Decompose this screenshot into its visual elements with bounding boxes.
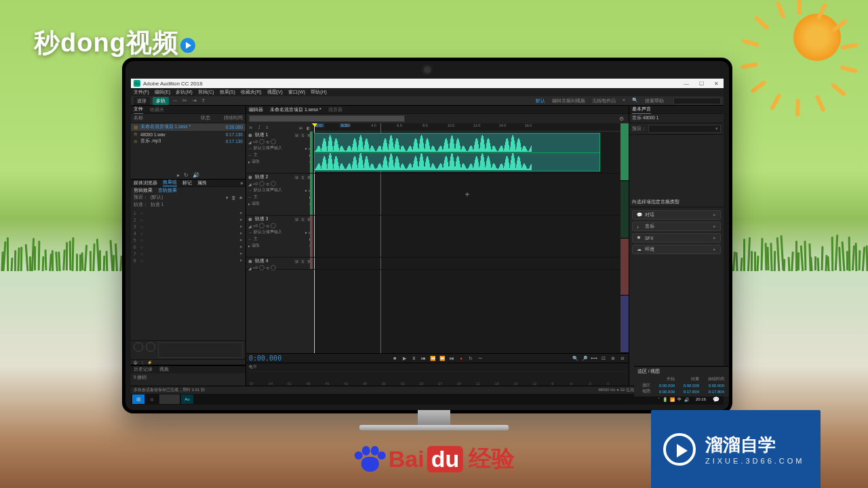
fx-power-icon[interactable]: ⏻ (134, 361, 138, 365)
th-zoom-icon[interactable]: ⊞ (298, 125, 303, 130)
th-eq-icon[interactable]: ≡ (264, 125, 270, 129)
track-lane[interactable] (314, 216, 620, 258)
file-row[interactable]: ⊕48000 1.wav0:17.136 (131, 131, 245, 138)
record-button[interactable]: ● (458, 355, 465, 362)
history-item[interactable]: 9 撤销 (134, 375, 146, 380)
tray-wifi-icon[interactable]: 📶 (670, 397, 675, 402)
zoom-vert-in-icon[interactable]: ⊕ (610, 355, 616, 362)
menu-file[interactable]: 文件(F) (134, 89, 149, 96)
subtab-clip-fx[interactable]: 剪辑效果 (134, 188, 153, 194)
ess-type-button[interactable]: ☁环境▸ (632, 245, 721, 254)
layout-audio-video[interactable]: 编辑音频到视频 (552, 98, 585, 104)
menu-bar[interactable]: 文件(F) 编辑(E) 多轨(M) 剪辑(C) 效果(S) 收藏夹(R) 视图(… (131, 88, 724, 96)
track-lane[interactable] (314, 131, 620, 174)
track-header[interactable]: ⊕轨道 2MSR◢+0⟲→默认立体声输入▸ ⌀←主▸▸读取▾ (246, 174, 313, 216)
pause-button[interactable]: ⏸ (410, 355, 417, 362)
fx-slot[interactable]: 7○▸ (131, 250, 245, 257)
go-start-button[interactable]: ⏮ (420, 355, 427, 362)
zoom-full-icon[interactable]: ⟷ (591, 355, 597, 362)
tab-properties[interactable]: 属性 (197, 180, 207, 186)
tray-up-icon[interactable]: ˄ (658, 397, 660, 402)
track-header[interactable]: ⊕轨道 3MSR◢+0⟲→默认立体声输入▸ ⌀←主▸▸读取▾ (246, 216, 313, 258)
system-tray[interactable]: ˄ 🔋 📶 中 🔊 (658, 396, 692, 403)
editor-document[interactable]: 未命名混音项目 1.sesx * (270, 106, 321, 113)
time-ruler[interactable]: EOD EOD 2.04.06.08.010.012.014.016.0 (314, 123, 620, 131)
panel-menu-icon[interactable]: » (240, 181, 243, 186)
waveform-button[interactable]: 波形 (134, 97, 150, 105)
close-button[interactable]: ✕ (709, 79, 724, 88)
files-play-icon[interactable]: ▸ (177, 172, 180, 178)
ess-type-button[interactable]: 💬对话▸ (632, 210, 721, 220)
fx-slot[interactable]: 4○▸ (131, 230, 245, 237)
multitrack-button[interactable]: 多轨 (153, 97, 169, 105)
fx-slot[interactable]: 2○▸ (131, 216, 245, 223)
forward-button[interactable]: ⏩ (439, 355, 446, 362)
tab-effects-rack[interactable]: 效果组 (163, 180, 177, 186)
editor-tab-label[interactable]: 编辑器 (249, 106, 263, 113)
gear-icon[interactable]: ⚙ (619, 116, 626, 122)
audio-clip[interactable] (314, 133, 600, 171)
menu-help[interactable]: 帮助(H) (311, 89, 327, 96)
tab-favorites[interactable]: 收藏夹 (150, 106, 164, 113)
menu-effects[interactable]: 效果(S) (220, 89, 235, 96)
file-row[interactable]: ⊕音乐 .mp30:17.136 (131, 138, 245, 145)
search-input[interactable] (673, 98, 721, 104)
preset-value[interactable]: (默认) (151, 195, 163, 201)
fx-slot[interactable]: 1○▸ (131, 209, 245, 216)
menu-edit[interactable]: 编辑(E) (155, 89, 170, 96)
menu-favorites[interactable]: 收藏夹(R) (241, 89, 262, 96)
tray-volume-icon[interactable]: 🔊 (684, 397, 689, 402)
menu-window[interactable]: 窗口(W) (288, 89, 305, 96)
menu-clip[interactable]: 剪辑(C) (198, 89, 214, 96)
play-button[interactable]: ▶ (401, 355, 408, 362)
zoom-sel-icon[interactable]: ⊡ (600, 355, 607, 362)
loop-button[interactable]: ↻ (467, 355, 474, 362)
tab-history[interactable]: 历史记录 (134, 367, 153, 373)
ess-preset-select[interactable]: ▾ (648, 125, 721, 133)
maximize-button[interactable]: ☐ (694, 79, 709, 88)
file-row[interactable]: ▦未命名混音项目 1.sesx *0:30.000 (131, 123, 245, 131)
taskbar-audition[interactable]: Au (181, 394, 193, 404)
track-value[interactable]: 轨道 1 (151, 202, 163, 208)
th-snap-icon[interactable]: ◧ (306, 125, 311, 130)
tab-video[interactable]: 视频 (159, 367, 169, 373)
fx-dry-knob[interactable] (146, 342, 155, 352)
taskbar-clock[interactable]: 20:16 (693, 397, 709, 402)
menu-multitrack[interactable]: 多轨(M) (176, 89, 193, 96)
preset-star-icon[interactable]: ★ (239, 195, 243, 201)
tab-files[interactable]: 文件 (134, 106, 143, 114)
tray-ime-icon[interactable]: 中 (677, 396, 682, 403)
subtab-track-fx[interactable]: 音轨效果 (158, 188, 177, 194)
layout-radio[interactable]: 无线电作品 (592, 98, 616, 104)
minimize-button[interactable]: — (679, 79, 694, 88)
mixer-tab[interactable]: 混音器 (328, 106, 342, 113)
zoom-vert-out-icon[interactable]: ⊖ (619, 355, 626, 362)
track-lane[interactable]: + (314, 174, 620, 216)
rewind-button[interactable]: ⏪ (429, 355, 436, 362)
zoom-out-icon[interactable]: 🔎 (581, 355, 588, 362)
text-tool-icon[interactable]: T (200, 98, 207, 104)
skip-button[interactable]: ⤳ (477, 355, 484, 362)
layout-more-icon[interactable]: » (623, 98, 625, 104)
fx-chain-icon[interactable]: ⋮ (140, 360, 144, 365)
th-send-icon[interactable]: ⤴ (256, 125, 262, 129)
cortana-button[interactable]: ○ (146, 394, 158, 404)
zoom-in-icon[interactable]: 🔍 (572, 355, 578, 362)
ess-type-button[interactable]: ♪音乐▸ (632, 222, 721, 231)
track-lane[interactable] (314, 258, 620, 270)
layout-default[interactable]: 默认 (536, 98, 545, 104)
go-end-button[interactable]: ⏭ (448, 355, 455, 362)
menu-view[interactable]: 视图(V) (267, 89, 283, 96)
tray-battery-icon[interactable]: 🔋 (663, 397, 667, 402)
files-autoplay-icon[interactable]: 🔊 (193, 172, 199, 178)
stop-button[interactable]: ■ (391, 355, 398, 362)
fx-slot[interactable]: 3○▸ (131, 223, 245, 230)
ess-type-button[interactable]: ✸SFX▸ (632, 233, 721, 243)
files-loop-icon[interactable]: ↻ (184, 172, 189, 178)
preset-delete-icon[interactable]: 🗑 (231, 195, 236, 201)
fx-wet-knob[interactable] (134, 342, 143, 352)
slip-tool-icon[interactable]: ⇥ (191, 98, 197, 104)
move-tool-icon[interactable]: ↔ (172, 98, 178, 104)
tab-essential-sound[interactable]: 基本声音 (632, 106, 651, 114)
fx-slot[interactable]: 6○▸ (131, 243, 245, 250)
